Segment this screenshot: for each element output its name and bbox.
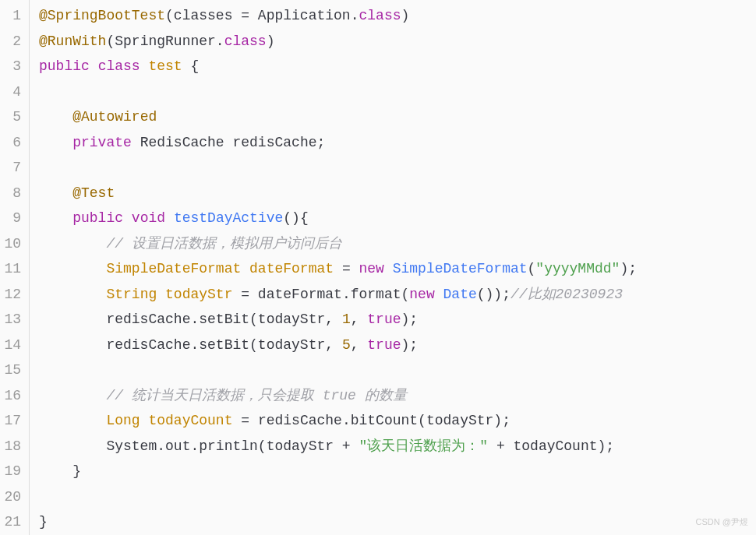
code-token: redisCache.setBit(todayStr, [39, 311, 342, 327]
code-token: } [39, 514, 48, 530]
code-token: // 设置日活数据，模拟用户访问后台 [106, 236, 341, 252]
code-line: redisCache.setBit(todayStr, 1, true); [39, 307, 756, 333]
code-token: @RunWith [39, 33, 106, 49]
code-token: RedisCache redisCache; [132, 135, 325, 150]
code-token: ); [401, 311, 419, 327]
code-line: SimpleDateFormat dateFormat = new Simple… [39, 256, 756, 282]
line-number: 5 [3, 104, 21, 130]
line-number-gutter: 123456789101112131415161718192021 [0, 0, 30, 535]
code-token [384, 261, 393, 276]
code-line: @SpringBootTest(classes = Application.cl… [39, 3, 756, 29]
code-line: // 统计当天日活数据，只会提取 true 的数量 [39, 383, 756, 409]
code-token: Date [443, 287, 477, 302]
code-line [39, 484, 756, 510]
watermark: CSDN @尹煜 [696, 515, 748, 530]
code-token: 5 [342, 337, 351, 353]
code-token: // 统计当天日活数据，只会提取 true 的数量 [106, 388, 406, 403]
line-number: 11 [3, 256, 21, 282]
code-line: public class test { [39, 54, 756, 79]
code-token: SimpleDateFormat [106, 261, 241, 276]
code-token: (SpringRunner. [106, 33, 224, 49]
code-token: = dateFormat.format( [232, 287, 409, 302]
code-token [39, 236, 106, 252]
code-token: = [334, 261, 359, 276]
code-token: void [132, 210, 165, 226]
code-token: test [148, 58, 182, 74]
code-token: new [409, 287, 434, 302]
code-token [140, 58, 149, 74]
code-token [123, 210, 132, 226]
code-line: System.out.println(todayStr + "该天日活数据为："… [39, 434, 756, 459]
code-token [39, 287, 106, 302]
code-token: public [39, 58, 90, 74]
code-token: redisCache.setBit(todayStr, [39, 337, 342, 353]
code-token: true [367, 311, 401, 327]
code-line: @Test [39, 181, 756, 206]
code-token [39, 261, 106, 276]
code-token [165, 210, 174, 226]
line-number: 17 [3, 408, 21, 434]
code-token: @Test [72, 185, 115, 201]
code-token: , [351, 311, 368, 327]
line-number: 9 [3, 206, 21, 231]
code-line: private RedisCache redisCache; [39, 130, 756, 156]
code-token: String [106, 287, 157, 302]
code-token: new [359, 261, 384, 276]
line-number: 20 [3, 484, 21, 510]
code-line: public void testDayActive(){ [39, 206, 756, 231]
code-line: Long todayCount = redisCache.bitCount(to… [39, 408, 756, 434]
code-token [90, 58, 98, 74]
code-token: + todayCount); [488, 438, 614, 454]
code-token [39, 210, 72, 226]
code-token: class [359, 8, 401, 23]
line-number: 6 [3, 130, 21, 156]
code-token: SimpleDateFormat [393, 261, 528, 276]
code-token [39, 135, 72, 150]
code-line [39, 79, 756, 105]
code-token: Long [106, 413, 140, 428]
code-line: // 设置日活数据，模拟用户访问后台 [39, 231, 756, 257]
code-token [39, 109, 72, 125]
code-token: dateFormat [249, 261, 334, 276]
code-token: ) [267, 33, 275, 49]
code-token: true [367, 337, 401, 353]
code-area: @SpringBootTest(classes = Application.cl… [30, 0, 756, 535]
code-token: "yyyyMMdd" [535, 261, 620, 276]
line-number: 15 [3, 357, 21, 383]
code-token [39, 185, 72, 201]
line-number: 8 [3, 181, 21, 206]
line-number: 3 [3, 54, 21, 79]
code-line: String todayStr = dateFormat.format(new … [39, 282, 756, 308]
code-token: testDayActive [174, 210, 283, 226]
code-token: (){ [283, 210, 308, 226]
code-token: //比如20230923 [510, 287, 623, 302]
line-number: 19 [3, 459, 21, 484]
code-token: ) [401, 8, 410, 23]
code-token: 1 [342, 311, 351, 327]
code-line: } [39, 459, 756, 484]
code-token: todayCount [148, 413, 232, 428]
line-number: 13 [3, 307, 21, 333]
code-token [241, 261, 249, 276]
line-number: 12 [3, 282, 21, 308]
code-token: "该天日活数据为：" [359, 438, 488, 454]
line-number: 16 [3, 383, 21, 409]
code-token: ); [401, 337, 419, 353]
code-token: { [182, 58, 200, 74]
code-token: class [98, 58, 140, 74]
code-line: redisCache.setBit(todayStr, 5, true); [39, 333, 756, 358]
code-line: } [39, 509, 756, 535]
code-line [39, 155, 756, 181]
line-number: 21 [3, 509, 21, 535]
line-number: 4 [3, 79, 21, 105]
code-token: , [351, 337, 368, 353]
code-token: ()); [477, 287, 510, 302]
code-token: } [39, 463, 81, 479]
line-number: 1 [3, 3, 21, 29]
code-token: (classes = Application. [165, 8, 359, 23]
code-token: System.out.println(todayStr + [39, 438, 359, 454]
code-token: private [72, 135, 132, 150]
code-token [157, 287, 165, 302]
code-token: ); [620, 261, 637, 276]
line-number: 7 [3, 155, 21, 181]
